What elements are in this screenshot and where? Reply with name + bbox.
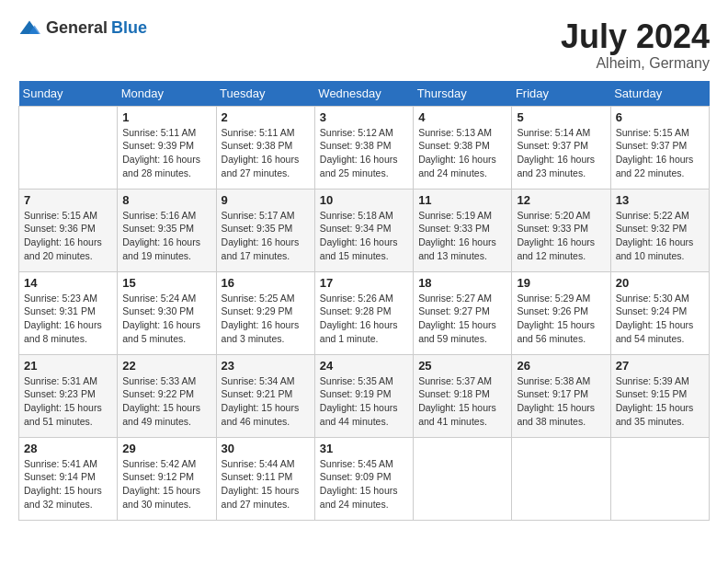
calendar-cell: 25Sunrise: 5:37 AM Sunset: 9:18 PM Dayli… [414,354,512,437]
day-info: Sunrise: 5:44 AM Sunset: 9:11 PM Dayligh… [222,457,310,511]
month-title: July 2024 [561,18,710,55]
calendar-cell: 24Sunrise: 5:35 AM Sunset: 9:19 PM Dayli… [314,354,413,437]
day-header-thursday: Thursday [414,81,512,107]
day-info: Sunrise: 5:39 AM Sunset: 9:15 PM Dayligh… [616,374,704,429]
week-row-5: 28Sunrise: 5:41 AM Sunset: 9:14 PM Dayli… [19,437,710,520]
day-number: 8 [122,193,210,207]
day-info: Sunrise: 5:34 AM Sunset: 9:21 PM Dayligh… [222,374,310,429]
day-info: Sunrise: 5:30 AM Sunset: 9:24 PM Dayligh… [616,292,704,346]
day-info: Sunrise: 5:22 AM Sunset: 9:32 PM Dayligh… [616,209,704,263]
day-info: Sunrise: 5:31 AM Sunset: 9:23 PM Dayligh… [24,374,112,429]
logo-text-general: General [46,18,108,38]
day-number: 25 [418,359,506,373]
calendar-cell: 23Sunrise: 5:34 AM Sunset: 9:21 PM Dayli… [216,354,314,437]
day-number: 7 [24,193,112,207]
day-number: 29 [122,442,210,455]
day-info: Sunrise: 5:41 AM Sunset: 9:14 PM Dayligh… [24,457,112,511]
location-title: Alheim, Germany [561,55,710,72]
day-info: Sunrise: 5:38 AM Sunset: 9:17 PM Dayligh… [517,374,605,429]
calendar-cell: 26Sunrise: 5:38 AM Sunset: 9:17 PM Dayli… [512,354,610,437]
calendar-cell: 20Sunrise: 5:30 AM Sunset: 9:24 PM Dayli… [610,271,709,354]
day-number: 20 [616,276,704,290]
day-number: 4 [418,110,506,124]
calendar-cell: 18Sunrise: 5:27 AM Sunset: 9:27 PM Dayli… [414,271,512,354]
calendar-cell: 16Sunrise: 5:25 AM Sunset: 9:29 PM Dayli… [216,271,314,354]
calendar-cell: 29Sunrise: 5:42 AM Sunset: 9:12 PM Dayli… [118,437,216,520]
day-number: 24 [320,359,408,373]
day-info: Sunrise: 5:20 AM Sunset: 9:33 PM Dayligh… [517,209,605,263]
day-info: Sunrise: 5:14 AM Sunset: 9:37 PM Dayligh… [517,126,605,180]
day-number: 6 [616,110,704,124]
day-info: Sunrise: 5:12 AM Sunset: 9:38 PM Dayligh… [320,126,408,180]
calendar-cell: 28Sunrise: 5:41 AM Sunset: 9:14 PM Dayli… [19,437,118,520]
day-number: 5 [517,110,605,124]
calendar-cell: 21Sunrise: 5:31 AM Sunset: 9:23 PM Dayli… [19,354,118,437]
day-info: Sunrise: 5:17 AM Sunset: 9:35 PM Dayligh… [222,209,310,263]
day-number: 23 [222,359,310,373]
day-number: 18 [418,276,506,290]
calendar-cell: 2Sunrise: 5:11 AM Sunset: 9:38 PM Daylig… [216,106,314,189]
day-number: 10 [320,193,408,207]
day-info: Sunrise: 5:33 AM Sunset: 9:22 PM Dayligh… [122,374,210,429]
calendar-cell: 5Sunrise: 5:14 AM Sunset: 9:37 PM Daylig… [512,106,610,189]
day-number: 30 [222,442,310,455]
day-number: 13 [616,193,704,207]
day-info: Sunrise: 5:37 AM Sunset: 9:18 PM Dayligh… [418,374,506,429]
day-info: Sunrise: 5:26 AM Sunset: 9:28 PM Dayligh… [320,292,408,346]
day-info: Sunrise: 5:16 AM Sunset: 9:35 PM Dayligh… [122,209,210,263]
day-info: Sunrise: 5:15 AM Sunset: 9:37 PM Dayligh… [616,126,704,180]
calendar-cell: 14Sunrise: 5:23 AM Sunset: 9:31 PM Dayli… [19,271,118,354]
day-number: 12 [517,193,605,207]
day-number: 2 [222,110,310,124]
calendar-cell: 4Sunrise: 5:13 AM Sunset: 9:38 PM Daylig… [414,106,512,189]
calendar-cell: 12Sunrise: 5:20 AM Sunset: 9:33 PM Dayli… [512,189,610,271]
calendar-cell [414,437,512,520]
calendar-cell: 13Sunrise: 5:22 AM Sunset: 9:32 PM Dayli… [610,189,709,271]
calendar-cell: 19Sunrise: 5:29 AM Sunset: 9:26 PM Dayli… [512,271,610,354]
day-header-sunday: Sunday [19,81,118,107]
day-number: 21 [24,359,112,373]
calendar-cell [512,437,610,520]
logo-text-blue: Blue [111,18,147,38]
day-number: 26 [517,359,605,373]
day-number: 22 [122,359,210,373]
day-info: Sunrise: 5:25 AM Sunset: 9:29 PM Dayligh… [222,292,310,346]
day-number: 16 [222,276,310,290]
day-info: Sunrise: 5:45 AM Sunset: 9:09 PM Dayligh… [320,457,408,511]
calendar-cell: 1Sunrise: 5:11 AM Sunset: 9:39 PM Daylig… [118,106,216,189]
week-row-1: 1Sunrise: 5:11 AM Sunset: 9:39 PM Daylig… [19,106,710,189]
day-number: 9 [222,193,310,207]
month-title-area: July 2024 Alheim, Germany [561,18,710,72]
day-info: Sunrise: 5:19 AM Sunset: 9:33 PM Dayligh… [418,209,506,263]
week-row-2: 7Sunrise: 5:15 AM Sunset: 9:36 PM Daylig… [19,189,710,271]
calendar-cell: 31Sunrise: 5:45 AM Sunset: 9:09 PM Dayli… [314,437,413,520]
day-number: 3 [320,110,408,124]
day-number: 17 [320,276,408,290]
days-header-row: SundayMondayTuesdayWednesdayThursdayFrid… [19,81,710,107]
week-row-4: 21Sunrise: 5:31 AM Sunset: 9:23 PM Dayli… [19,354,710,437]
calendar-cell: 7Sunrise: 5:15 AM Sunset: 9:36 PM Daylig… [19,189,118,271]
day-number: 31 [320,442,408,455]
calendar-cell: 15Sunrise: 5:24 AM Sunset: 9:30 PM Dayli… [118,271,216,354]
day-header-tuesday: Tuesday [216,81,314,107]
day-info: Sunrise: 5:23 AM Sunset: 9:31 PM Dayligh… [24,292,112,346]
day-header-friday: Friday [512,81,610,107]
day-number: 27 [616,359,704,373]
day-header-saturday: Saturday [610,81,709,107]
calendar-cell: 8Sunrise: 5:16 AM Sunset: 9:35 PM Daylig… [118,189,216,271]
day-number: 1 [122,110,210,124]
day-info: Sunrise: 5:27 AM Sunset: 9:27 PM Dayligh… [418,292,506,346]
calendar-cell [610,437,709,520]
day-info: Sunrise: 5:11 AM Sunset: 9:38 PM Dayligh… [222,126,310,180]
day-number: 14 [24,276,112,290]
calendar-cell: 22Sunrise: 5:33 AM Sunset: 9:22 PM Dayli… [118,354,216,437]
week-row-3: 14Sunrise: 5:23 AM Sunset: 9:31 PM Dayli… [19,271,710,354]
day-header-wednesday: Wednesday [314,81,413,107]
day-info: Sunrise: 5:29 AM Sunset: 9:26 PM Dayligh… [517,292,605,346]
logo-icon [18,19,40,38]
calendar-cell: 3Sunrise: 5:12 AM Sunset: 9:38 PM Daylig… [314,106,413,189]
day-number: 11 [418,193,506,207]
calendar-cell: 9Sunrise: 5:17 AM Sunset: 9:35 PM Daylig… [216,189,314,271]
calendar-cell [19,106,118,189]
calendar-cell: 17Sunrise: 5:26 AM Sunset: 9:28 PM Dayli… [314,271,413,354]
